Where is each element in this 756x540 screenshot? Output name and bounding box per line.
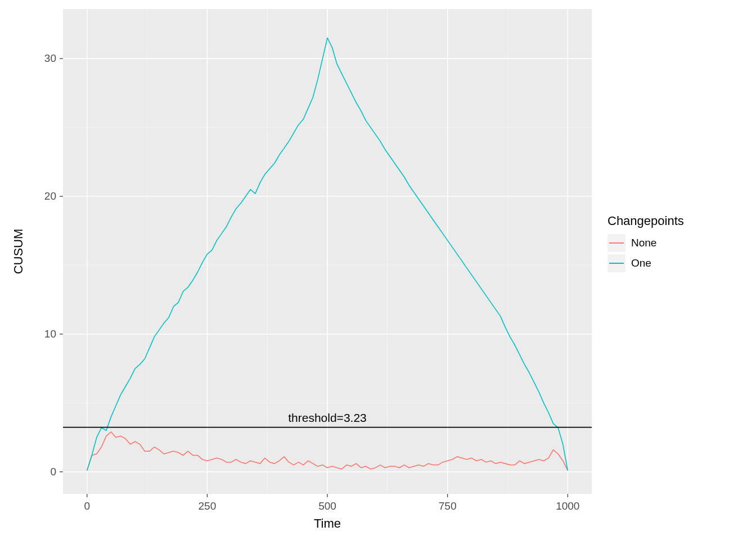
legend-label: One xyxy=(631,257,651,269)
x-tick-label: 750 xyxy=(439,500,457,512)
threshold-label: threshold=3.23 xyxy=(288,411,367,424)
y-tick-label: 0 xyxy=(50,466,56,478)
y-tick-label: 30 xyxy=(44,52,56,64)
legend: Changepoints NoneOne xyxy=(608,214,684,274)
legend-title: Changepoints xyxy=(608,214,684,228)
legend-key xyxy=(608,234,626,252)
x-tick-label: 250 xyxy=(199,500,217,512)
legend-label: None xyxy=(631,237,656,249)
legend-key xyxy=(608,254,626,272)
y-axis-label: CUSUM xyxy=(11,229,25,274)
legend-item-none: None xyxy=(608,234,684,252)
x-tick-label: 500 xyxy=(318,500,336,512)
x-axis-label: Time xyxy=(314,516,341,530)
x-tick-label: 0 xyxy=(84,500,90,512)
x-tick-label: 1000 xyxy=(556,500,579,512)
y-tick-label: 10 xyxy=(44,328,56,340)
y-tick-label: 20 xyxy=(44,190,56,202)
chart-figure: { "chart_data": { "type": "line", "title… xyxy=(0,0,756,540)
legend-item-one: One xyxy=(608,254,684,272)
